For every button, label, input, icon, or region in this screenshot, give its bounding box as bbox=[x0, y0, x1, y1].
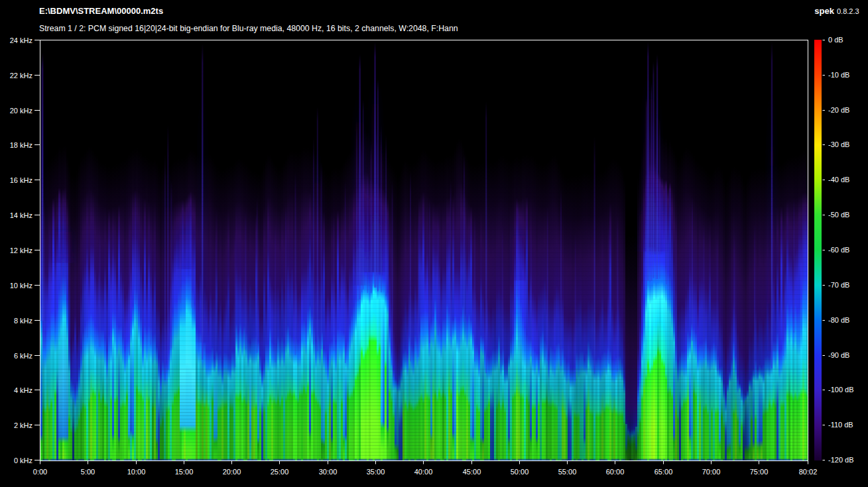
svg-text:24 kHz: 24 kHz bbox=[10, 36, 32, 44]
svg-text:-110 dB: -110 dB bbox=[828, 421, 853, 429]
svg-text:0.8.2.3: 0.8.2.3 bbox=[837, 7, 859, 15]
svg-text:5:00: 5:00 bbox=[81, 468, 95, 476]
svg-text:10 kHz: 10 kHz bbox=[10, 282, 32, 290]
svg-text:20:00: 20:00 bbox=[223, 468, 241, 476]
svg-text:-90 dB: -90 dB bbox=[828, 351, 849, 359]
svg-text:6 kHz: 6 kHz bbox=[14, 352, 32, 360]
svg-text:0:00: 0:00 bbox=[33, 468, 47, 476]
svg-text:-50 dB: -50 dB bbox=[828, 211, 849, 219]
svg-text:16 kHz: 16 kHz bbox=[10, 176, 32, 184]
svg-text:2 kHz: 2 kHz bbox=[14, 421, 32, 429]
svg-text:30:00: 30:00 bbox=[319, 468, 338, 476]
svg-text:65:00: 65:00 bbox=[654, 468, 673, 476]
svg-text:80:02: 80:02 bbox=[799, 468, 818, 476]
svg-text:35:00: 35:00 bbox=[367, 468, 385, 476]
svg-text:-40 dB: -40 dB bbox=[828, 176, 849, 184]
svg-text:10:00: 10:00 bbox=[127, 468, 146, 476]
svg-text:-60 dB: -60 dB bbox=[828, 246, 849, 254]
svg-text:55:00: 55:00 bbox=[558, 468, 577, 476]
svg-text:4 kHz: 4 kHz bbox=[14, 386, 32, 394]
svg-text:8 kHz: 8 kHz bbox=[14, 317, 32, 325]
svg-text:-100 dB: -100 dB bbox=[828, 386, 854, 394]
svg-text:E:\BDMV\STREAM\00000.m2ts: E:\BDMV\STREAM\00000.m2ts bbox=[39, 6, 163, 16]
svg-text:75:00: 75:00 bbox=[750, 468, 769, 476]
svg-text:70:00: 70:00 bbox=[702, 468, 721, 476]
svg-text:12 kHz: 12 kHz bbox=[10, 246, 32, 254]
svg-text:-30 dB: -30 dB bbox=[828, 140, 849, 148]
svg-text:40:00: 40:00 bbox=[414, 468, 433, 476]
svg-text:-120 dB: -120 dB bbox=[828, 456, 854, 464]
svg-text:15:00: 15:00 bbox=[175, 468, 194, 476]
svg-text:0 kHz: 0 kHz bbox=[14, 457, 32, 464]
svg-text:22 kHz: 22 kHz bbox=[10, 72, 32, 80]
svg-text:-10 dB: -10 dB bbox=[828, 71, 849, 79]
svg-text:-20 dB: -20 dB bbox=[828, 106, 849, 114]
svg-text:-80 dB: -80 dB bbox=[828, 316, 849, 324]
svg-text:0 dB: 0 dB bbox=[828, 36, 843, 44]
svg-text:18 kHz: 18 kHz bbox=[10, 141, 32, 149]
svg-text:20 kHz: 20 kHz bbox=[10, 107, 32, 115]
svg-text:45:00: 45:00 bbox=[463, 468, 481, 476]
svg-text:spek: spek bbox=[814, 6, 834, 16]
svg-text:25:00: 25:00 bbox=[271, 468, 289, 476]
svg-text:-70 dB: -70 dB bbox=[828, 281, 849, 289]
svg-text:14 kHz: 14 kHz bbox=[10, 211, 32, 219]
svg-text:60:00: 60:00 bbox=[606, 468, 625, 476]
svg-text:Stream 1 / 2: PCM signed 16|20: Stream 1 / 2: PCM signed 16|20|24-bit bi… bbox=[39, 24, 458, 33]
svg-text:50:00: 50:00 bbox=[511, 468, 529, 476]
